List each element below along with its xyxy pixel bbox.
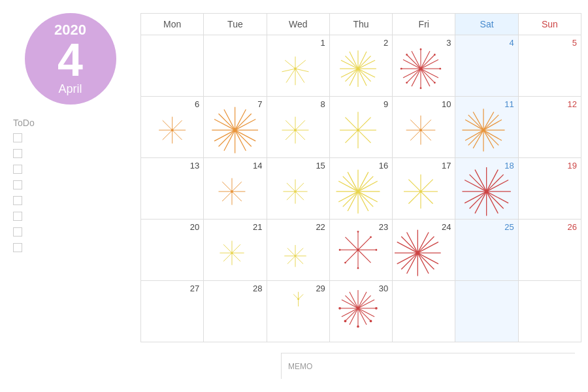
svg-line-177 bbox=[475, 191, 487, 213]
day-num-21: 21 bbox=[253, 222, 262, 232]
header-tue: Tue bbox=[204, 14, 267, 35]
svg-line-80 bbox=[295, 130, 305, 140]
todo-item-6[interactable] bbox=[13, 212, 127, 221]
svg-line-226 bbox=[417, 253, 429, 274]
svg-line-67 bbox=[219, 114, 235, 130]
svg-line-61 bbox=[235, 114, 252, 130]
todo-item-1[interactable] bbox=[13, 133, 127, 142]
day-num-26: 26 bbox=[568, 222, 577, 232]
todo-checkbox-2[interactable] bbox=[13, 149, 22, 158]
svg-point-8 bbox=[294, 67, 297, 70]
svg-line-170 bbox=[470, 191, 487, 208]
svg-line-131 bbox=[295, 183, 304, 191]
svg-line-192 bbox=[295, 248, 303, 256]
day-cell-empty-2 bbox=[204, 35, 267, 97]
svg-line-185 bbox=[232, 253, 240, 261]
todo-checkbox-5[interactable] bbox=[13, 196, 22, 205]
todo-item-3[interactable] bbox=[13, 165, 127, 174]
todo-item-8[interactable] bbox=[13, 243, 127, 252]
svg-line-24 bbox=[350, 52, 358, 69]
day-cell-empty-1 bbox=[141, 35, 204, 97]
svg-line-152 bbox=[338, 191, 358, 202]
day-num-28: 28 bbox=[253, 284, 262, 293]
todo-item-4[interactable] bbox=[13, 180, 127, 189]
svg-line-251 bbox=[342, 300, 358, 308]
day-cell-6: 6 bbox=[141, 97, 204, 158]
svg-line-35 bbox=[421, 59, 438, 69]
svg-line-72 bbox=[224, 130, 235, 151]
svg-line-163 bbox=[409, 180, 421, 192]
svg-line-117 bbox=[466, 130, 484, 140]
svg-line-133 bbox=[295, 191, 304, 200]
svg-line-119 bbox=[474, 112, 484, 130]
svg-point-231 bbox=[416, 251, 420, 255]
memo-label: MEMO bbox=[288, 362, 312, 371]
day-cell-2: 2 bbox=[330, 35, 393, 97]
day-cell-23: 23 bbox=[330, 220, 393, 281]
svg-line-63 bbox=[235, 130, 252, 146]
svg-line-40 bbox=[403, 59, 421, 69]
svg-line-154 bbox=[348, 172, 358, 191]
svg-line-16 bbox=[345, 56, 358, 69]
svg-point-45 bbox=[439, 68, 441, 70]
todo-checkbox-8[interactable] bbox=[13, 243, 22, 252]
day-cell-28: 28 bbox=[204, 281, 267, 342]
day-num-11: 11 bbox=[504, 99, 514, 109]
svg-line-29 bbox=[421, 69, 434, 82]
todo-item-7[interactable] bbox=[13, 227, 127, 237]
svg-line-87 bbox=[358, 118, 371, 131]
svg-line-249 bbox=[350, 308, 358, 325]
svg-line-246 bbox=[358, 300, 374, 308]
day-num-4: 4 bbox=[509, 38, 514, 48]
todo-item-5[interactable] bbox=[13, 196, 127, 205]
svg-line-146 bbox=[343, 176, 358, 191]
svg-line-96 bbox=[421, 120, 431, 130]
todo-checkbox-6[interactable] bbox=[13, 212, 22, 221]
svg-line-70 bbox=[235, 130, 256, 141]
svg-point-254 bbox=[357, 325, 359, 328]
svg-line-58 bbox=[163, 120, 172, 130]
svg-line-102 bbox=[410, 120, 421, 130]
svg-point-120 bbox=[482, 129, 485, 132]
svg-line-112 bbox=[483, 112, 494, 130]
day-num-6: 6 bbox=[195, 99, 199, 109]
todo-item-2[interactable] bbox=[13, 149, 127, 158]
todo-checkbox-7[interactable] bbox=[13, 227, 22, 237]
day-cell-empty-5 bbox=[519, 281, 581, 342]
todo-checkbox-1[interactable] bbox=[13, 133, 22, 142]
svg-point-236 bbox=[297, 299, 299, 301]
svg-line-189 bbox=[223, 244, 232, 253]
svg-line-161 bbox=[409, 191, 421, 204]
day-cell-empty-4 bbox=[455, 281, 518, 342]
svg-line-150 bbox=[358, 191, 368, 211]
todo-checkbox-3[interactable] bbox=[13, 165, 22, 174]
day-cell-27: 27 bbox=[141, 281, 204, 342]
svg-point-214 bbox=[339, 249, 341, 251]
todo-section: ToDo bbox=[0, 111, 140, 265]
svg-point-208 bbox=[357, 249, 359, 252]
day-cell-12: 12 bbox=[519, 97, 581, 158]
month-number: 4 bbox=[57, 37, 83, 83]
day-num-8: 8 bbox=[321, 99, 325, 109]
day-cell-30: 30 bbox=[330, 281, 393, 342]
calendar-body: 1 2 3 bbox=[140, 35, 581, 342]
svg-line-34 bbox=[421, 51, 430, 69]
svg-line-245 bbox=[358, 292, 367, 308]
svg-line-52 bbox=[172, 120, 182, 130]
svg-line-105 bbox=[483, 115, 498, 130]
svg-line-234 bbox=[293, 294, 298, 299]
todo-checkbox-4[interactable] bbox=[13, 180, 22, 189]
svg-point-181 bbox=[485, 189, 489, 193]
svg-line-128 bbox=[222, 182, 232, 191]
day-cell-22: 22 bbox=[267, 220, 330, 281]
svg-line-111 bbox=[468, 115, 483, 130]
day-cell-29: 29 bbox=[267, 281, 330, 342]
day-cell-19: 19 bbox=[519, 158, 581, 220]
header-wed: Wed bbox=[267, 14, 330, 35]
svg-line-65 bbox=[219, 130, 235, 146]
svg-line-207 bbox=[345, 237, 358, 250]
svg-line-153 bbox=[338, 181, 358, 191]
svg-point-42 bbox=[419, 67, 423, 71]
svg-point-48 bbox=[406, 82, 408, 84]
svg-line-33 bbox=[407, 55, 421, 69]
